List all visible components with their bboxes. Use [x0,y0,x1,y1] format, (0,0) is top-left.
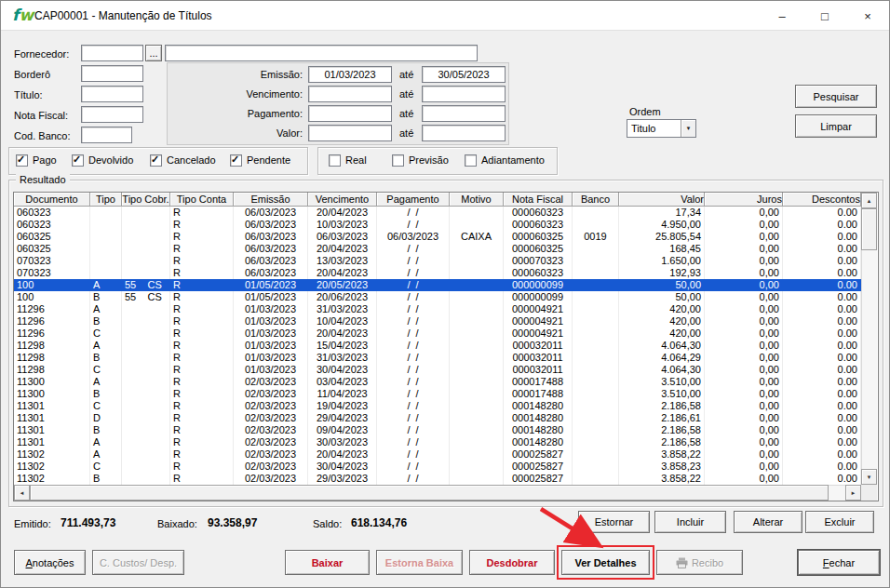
table-row[interactable]: 11301DR02/03/202329/04/2023/ /0001482802… [14,412,861,424]
vencimento-to-input[interactable] [422,86,506,102]
anotacoes-button[interactable]: Anotações [14,550,86,575]
table-cell [573,461,619,473]
table-cell: 000025827 [504,461,573,473]
vertical-scrollbar[interactable]: ▲ ▼ [861,193,877,485]
nota-fiscal-input[interactable] [81,106,143,123]
table-row[interactable]: 11296CR01/03/202320/04/2023/ /0000049214… [14,327,861,340]
table-row[interactable]: 11302CR02/03/202330/04/2023/ /0000258273… [14,461,861,473]
table-row[interactable]: 11296AR01/03/202331/03/2023/ /0000049214… [14,303,861,315]
checkbox-label: Pendente [247,154,290,166]
table-row[interactable]: 11301BR02/03/202309/04/2023/ /0001482802… [14,424,861,436]
vencimento-from-input[interactable] [308,86,392,102]
alterar-button[interactable]: Alterar [734,511,802,533]
scroll-down-icon[interactable]: ▼ [861,469,877,485]
vertical-scroll-thumb[interactable] [861,208,877,250]
incluir-button[interactable]: Incluir [654,511,726,533]
checkbox-real[interactable]: ✓ Real [329,154,367,167]
checkbox-pago[interactable]: ✓ Pago [16,154,57,167]
checkbox-pendente[interactable]: ✓ Pendente [230,154,290,167]
table-row[interactable]: 11298BR01/03/202331/03/2023/ /0000320114… [14,352,861,364]
saldo-label: Saldo: [313,517,342,530]
table-cell: B [90,388,122,400]
close-icon[interactable]: × [846,1,889,31]
column-header[interactable]: Nota Fiscal [504,193,573,207]
table-row[interactable]: 060323R06/03/202310/03/2023/ /0000603234… [14,219,861,231]
table-row[interactable]: 060323R06/03/202320/04/2023/ /0000603231… [14,207,861,219]
table-row[interactable]: 11302BR02/03/202329/03/2023/ /0000258273… [14,473,861,485]
checkbox-previsao[interactable]: ✓ Previsão [392,154,449,167]
column-header[interactable]: Pagamento [377,193,450,207]
scroll-right-icon[interactable]: ► [845,485,861,501]
column-header[interactable]: Vencimento [308,193,377,207]
table-row[interactable]: 11302AR02/03/202320/04/2023/ /0000258273… [14,448,861,461]
column-header[interactable]: Tipo Cobr. [122,193,170,207]
table-cell: / / [377,207,450,219]
titulo-input[interactable] [81,86,143,102]
horizontal-scrollbar[interactable]: ◄ ► [14,485,861,501]
table-row[interactable]: 070323R06/03/202313/03/2023/ /0000703231… [14,255,861,267]
check-icon: ✓ [151,154,159,166]
table-row[interactable]: 070323R06/03/202320/04/2023/ /0000603231… [14,267,861,279]
table-cell: 000060323 [504,219,573,231]
table-row[interactable]: 060325R06/03/202306/03/202306/03/2023CAI… [14,231,861,243]
column-header[interactable]: Juros [705,193,783,207]
chevron-down-icon[interactable]: ▼ [681,120,695,137]
table-row[interactable]: 100B55 CSR01/05/202320/06/2023/ /0000000… [14,291,861,303]
checkbox-devolvido[interactable]: ✓ Devolvido [72,154,133,167]
column-header[interactable]: Tipo Conta [170,193,234,207]
column-header[interactable]: Valor [619,193,705,207]
table-cell: 1.650,00 [619,255,705,267]
table-cell [573,303,619,315]
fornecedor-code-input[interactable] [81,45,143,61]
fornecedor-browse-button[interactable]: ... [145,45,162,61]
checkbox-cancelado[interactable]: ✓ Cancelado [150,154,216,167]
fechar-button[interactable]: Fechar [798,550,880,575]
table-row[interactable]: 060325R06/03/202320/04/2023/ /0000603251… [14,243,861,255]
baixado-label: Baixado: [157,517,197,530]
valor-to-input[interactable] [422,125,506,141]
table-row[interactable]: 11296BR01/03/202310/04/2023/ /0000049214… [14,315,861,327]
cod-banco-input[interactable] [81,127,132,143]
table-cell: 0,00 [705,412,783,424]
estornar-button[interactable]: Estornar [578,511,650,533]
limpar-button[interactable]: Limpar [795,114,877,138]
horizontal-scroll-thumb[interactable] [30,485,829,501]
table-row[interactable]: 11298AR01/03/202315/04/2023/ /0000320114… [14,340,861,352]
table-row[interactable]: 11298CR01/03/202330/04/2023/ /0000320114… [14,364,861,376]
table-cell: 4.064,30 [619,364,705,376]
column-header[interactable]: Tipo [90,193,122,207]
excluir-button[interactable]: Excluir [805,511,874,533]
column-header[interactable]: Emissão [234,193,308,207]
column-header[interactable]: Descontos [783,193,861,207]
table-row[interactable]: 11300AR02/03/202303/04/2023/ /0000174883… [14,376,861,388]
pagamento-to-input[interactable] [422,105,506,122]
ver-detalhes-button[interactable]: Ver Detalhes [561,550,650,575]
table-row[interactable]: 100A55 CSR01/05/202320/05/2023/ /0000000… [14,279,861,291]
column-header[interactable]: Banco [573,193,619,207]
maximize-icon[interactable]: □ [803,1,846,31]
table-cell: 11300 [14,388,90,400]
emissao-to-input[interactable] [422,66,506,83]
fornecedor-name-input[interactable] [165,45,478,61]
baixar-button[interactable]: Baixar [285,550,370,575]
valor-from-input[interactable] [308,125,392,141]
bordero-input[interactable] [81,65,143,82]
checkbox-adiantamento[interactable]: ✓ Adiantamento [465,154,545,167]
pagamento-from-input[interactable] [308,105,392,122]
pesquisar-button[interactable]: Pesquisar [795,85,877,108]
scroll-up-icon[interactable]: ▲ [861,193,877,208]
ordem-select[interactable]: Titulo ▼ [627,119,696,138]
emissao-from-input[interactable] [308,66,392,83]
table-cell: 0.00 [783,327,861,340]
table-row[interactable]: 11301AR02/03/202330/03/2023/ /0001482802… [14,436,861,448]
table-cell: / / [377,473,450,485]
table-cell: 0.00 [783,461,861,473]
window-title: CAP00001 - Manutenção de Títulos [34,1,212,31]
minimize-icon[interactable]: – [761,1,803,31]
table-row[interactable]: 11301CR02/03/202319/04/2023/ /0001482802… [14,400,861,412]
scroll-left-icon[interactable]: ◄ [14,485,30,501]
table-row[interactable]: 11300BR02/03/202311/04/2023/ /0000174883… [14,388,861,400]
column-header[interactable]: Motivo [450,193,504,207]
desdobrar-button[interactable]: Desdobrar [469,550,555,575]
column-header[interactable]: Documento [14,193,90,207]
